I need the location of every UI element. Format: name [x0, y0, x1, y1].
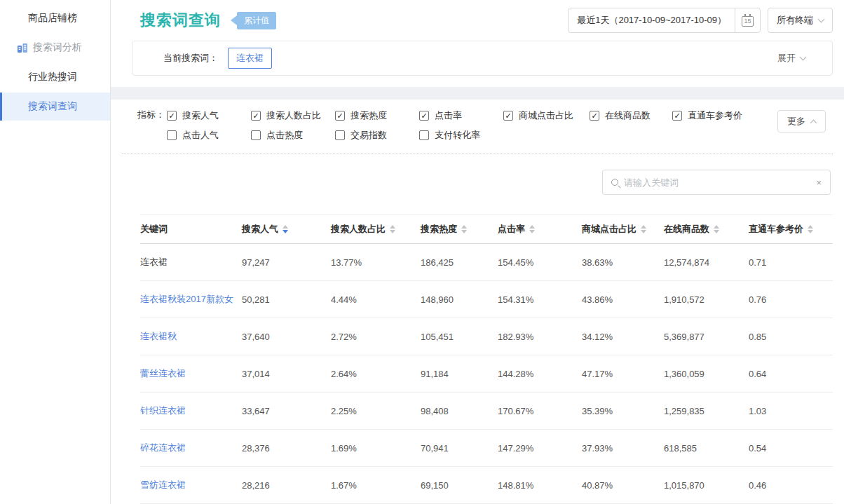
value-cell: 70,941: [421, 443, 498, 454]
expand-label: 展开: [777, 52, 796, 64]
more-label: 更多: [787, 115, 805, 128]
value-cell: 5,369,877: [664, 332, 749, 342]
checkbox-unchecked-icon[interactable]: [335, 130, 345, 140]
column-header-直通车参考价[interactable]: 直通车参考价: [749, 223, 833, 236]
column-header-点击率[interactable]: 点击率: [498, 223, 582, 236]
sort-icon[interactable]: [389, 224, 396, 235]
sidebar-item-industry-hot-words[interactable]: 行业热搜词: [0, 63, 110, 91]
value-cell: 97,247: [242, 257, 331, 268]
metric-checkbox-搜索人气[interactable]: ✓搜索人气: [167, 109, 251, 122]
checkbox-checked-icon[interactable]: ✓: [590, 111, 599, 121]
metric-checkbox-label: 点击人气: [182, 129, 219, 142]
metrics-row-2: 点击人气点击热度交易指数支付转化率: [167, 126, 833, 144]
sidebar-item-search-word-query[interactable]: 搜索词查询: [0, 93, 110, 121]
checkbox-unchecked-icon[interactable]: [251, 130, 261, 140]
sort-icon[interactable]: [461, 224, 468, 235]
column-header-在线商品数[interactable]: 在线商品数: [664, 223, 749, 236]
keyword-cell: 连衣裙: [140, 256, 242, 268]
metric-checkbox-label: 搜索人数占比: [266, 109, 321, 122]
calendar-day-number: 15: [742, 17, 753, 26]
keyword-cell: 针织连衣裙: [140, 404, 242, 417]
section-gap: [111, 87, 844, 100]
sort-icon[interactable]: [807, 224, 814, 235]
more-button[interactable]: 更多: [777, 110, 826, 132]
column-header-label: 点击率: [498, 223, 525, 236]
sidebar-item-label: 搜索词查询: [28, 100, 77, 113]
metric-checkbox-支付转化率[interactable]: 支付转化率: [419, 129, 503, 142]
terminal-filter-label: 所有终端: [777, 14, 813, 27]
column-header-label: 搜索热度: [421, 223, 457, 236]
checkbox-checked-icon[interactable]: ✓: [167, 111, 177, 121]
keyword-link[interactable]: 连衣裙秋装2017新款女: [140, 294, 233, 304]
date-range-picker[interactable]: 最近1天（2017-10-09~2017-10-09） 15: [568, 8, 761, 33]
checkbox-checked-icon[interactable]: ✓: [503, 111, 513, 121]
value-cell: 2.64%: [331, 369, 421, 379]
sidebar-group-label: 搜索词分析: [33, 41, 82, 54]
keyword-link[interactable]: 蕾丝连衣裙: [140, 368, 186, 379]
sort-icon[interactable]: [640, 224, 647, 235]
calendar-button[interactable]: 15: [735, 8, 760, 32]
metric-checkbox-点击率[interactable]: ✓点击率: [419, 109, 503, 122]
column-header-搜索人数占比[interactable]: 搜索人数占比: [331, 223, 421, 236]
checkbox-checked-icon[interactable]: ✓: [419, 111, 429, 121]
checkbox-unchecked-icon[interactable]: [167, 130, 177, 140]
metric-checkbox-搜索热度[interactable]: ✓搜索热度: [335, 109, 419, 122]
metric-checkbox-label: 商城点击占比: [519, 109, 573, 122]
keyword-link[interactable]: 针织连衣裙: [140, 405, 186, 416]
keyword-cell: 连衣裙秋装2017新款女: [140, 293, 242, 306]
column-header-搜索热度[interactable]: 搜索热度: [421, 223, 498, 236]
value-cell: 0.54: [749, 443, 833, 454]
keyword-link[interactable]: 连衣裙秋: [140, 331, 177, 341]
keyword-link[interactable]: 碎花连衣裙: [140, 442, 186, 453]
sidebar-item-label: 商品店铺榜: [28, 12, 77, 25]
keyword-search-box[interactable]: ×: [602, 170, 831, 195]
value-cell: 186,425: [421, 257, 498, 268]
checkbox-unchecked-icon[interactable]: [419, 130, 429, 140]
metric-checkbox-点击热度[interactable]: 点击热度: [251, 129, 335, 142]
sidebar: 商品店铺榜 搜索词分析 行业热搜词 搜索词查询: [0, 0, 111, 504]
keyword-cell: 连衣裙秋: [140, 330, 242, 343]
table-row: 连衣裙秋装2017新款女50,2814.44%148,960154.31%43.…: [140, 281, 833, 318]
sidebar-item-product-shop-ranking[interactable]: 商品店铺榜: [0, 4, 110, 32]
metric-checkbox-直通车参考价[interactable]: ✓直通车参考价: [672, 109, 742, 122]
metrics-section: 指标： ✓搜索人气✓搜索人数占比✓搜索热度✓点击率✓商城点击占比✓在线商品数✓直…: [111, 107, 844, 144]
sort-icon[interactable]: [713, 224, 720, 235]
value-cell: 1.69%: [331, 443, 421, 454]
app-window: 商品店铺榜 搜索词分析 行业热搜词 搜索词查询: [0, 0, 844, 504]
metric-checkbox-商城点击占比[interactable]: ✓商城点击占比: [503, 109, 590, 122]
value-cell: 28,376: [242, 443, 331, 454]
current-search-term-label: 当前搜索词：: [163, 52, 218, 64]
column-header-label: 商城点击占比: [582, 223, 637, 236]
value-cell: 34.12%: [582, 332, 664, 342]
keyword-link[interactable]: 雪纺连衣裙: [140, 479, 186, 490]
expand-button[interactable]: 展开: [777, 52, 818, 64]
metric-checkbox-在线商品数[interactable]: ✓在线商品数: [590, 109, 672, 122]
sort-icon[interactable]: [529, 224, 536, 235]
checkbox-checked-icon[interactable]: ✓: [251, 111, 261, 121]
date-range-text[interactable]: 最近1天（2017-10-09~2017-10-09）: [569, 8, 735, 32]
metric-checkbox-label: 搜索热度: [350, 109, 387, 122]
checkbox-checked-icon[interactable]: ✓: [335, 111, 345, 121]
table-row: 针织连衣裙33,6472.25%98,408170.67%35.39%1,259…: [140, 393, 833, 430]
value-cell: 154.31%: [498, 294, 582, 305]
value-cell: 43.86%: [582, 294, 664, 305]
value-cell: 1,910,572: [664, 294, 749, 305]
sort-icon[interactable]: [282, 224, 289, 235]
metric-checkbox-label: 交易指数: [350, 129, 387, 142]
checkbox-checked-icon[interactable]: ✓: [672, 111, 682, 121]
value-cell: 98,408: [421, 406, 498, 416]
value-cell: 148.81%: [498, 480, 582, 491]
column-header-搜索人气[interactable]: 搜索人气: [242, 223, 331, 236]
metric-checkbox-交易指数[interactable]: 交易指数: [335, 129, 419, 142]
keyword-search-input[interactable]: [624, 177, 810, 188]
cumulative-value-badge: 累计值: [231, 12, 276, 29]
search-term-tag[interactable]: 连衣裙: [228, 48, 272, 69]
top-header-card: 搜索词查询 累计值 最近1天（2017-10-09~2017-10-09） 15…: [111, 0, 844, 87]
column-header-商城点击占比[interactable]: 商城点击占比: [582, 223, 664, 236]
metric-checkbox-搜索人数占比[interactable]: ✓搜索人数占比: [251, 109, 335, 122]
clear-input-icon[interactable]: ×: [810, 177, 822, 188]
metric-checkbox-点击人气[interactable]: 点击人气: [167, 129, 251, 142]
table-row: 连衣裙97,24713.77%186,425154.45%38.63%12,57…: [140, 244, 833, 281]
sidebar-group-search-word-analysis[interactable]: 搜索词分析: [0, 34, 110, 62]
terminal-filter-dropdown[interactable]: 所有终端: [768, 8, 833, 33]
